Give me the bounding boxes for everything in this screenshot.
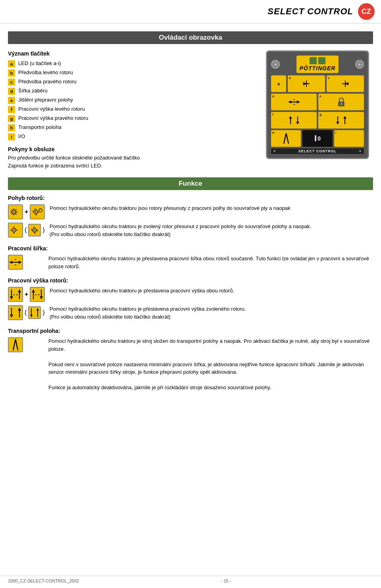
transport-row: Pomocí hydraulického okruhu traktoru je … [8,337,373,392]
legend-text-i: I/O [18,133,25,140]
dev-cell-g: g [318,112,364,129]
svg-point-47 [34,230,35,231]
rotor-left-icon [301,78,312,89]
width-icon [288,98,300,106]
dev-cell-h: h [271,130,301,147]
dev-row-bc: a b c [271,75,364,92]
svg-marker-19 [336,122,339,124]
lock-icon [337,97,346,107]
vyska-row2: ( ) Pomocí hydraulického okruhu traktoru… [8,305,373,321]
sirka-icons [8,255,44,270]
plus-sign-2: + [25,291,28,298]
device-bottom-text: SELECT CONTROL [298,149,337,153]
svg-line-49 [35,232,35,234]
funkce-banner: Funkce [8,177,373,190]
svg-point-41 [13,230,15,231]
legend-text-e: Jištění přepravní polohy [18,96,73,104]
device-panel: + PÖTTINGER + a b [266,50,369,159]
logo-sq1 [310,57,317,64]
legend-item-b: b Předvolba levého rotoru [8,69,254,77]
svg-marker-53 [10,261,12,264]
dev-cell-io: I 0 [302,130,332,147]
dev-row-hi: h I 0 i [271,130,364,147]
device-logo: PÖTTINGER [296,56,339,73]
svg-marker-15 [289,116,292,119]
svg-marker-71 [10,315,13,317]
rotor-single-icon [10,225,21,236]
badge-c: c [8,79,15,86]
badge-i-label: i [335,131,336,135]
transport-title: Transportní poloha: [8,328,373,334]
device-bottom-plus-right: + [359,149,362,153]
dev-cell-b: b [288,75,325,92]
legend-item-e: e Jištění přepravní polohy [8,96,254,104]
badge-h: h [8,124,15,131]
rotor-right-icon [340,78,351,89]
vyska-icon2a [8,305,23,320]
legend-item-g: g Pracovní výška pravého rotoru [8,115,254,122]
sirka-title: Pracovní šířka: [8,245,373,252]
transport-icon-box [8,337,23,352]
page-header: SELECT CONTROL CZ [0,0,381,23]
pohyb-subsection: Pohyb rotorů: [8,195,373,238]
legend-item-h: h Transportní poloha [8,124,254,131]
paren-sign-3: ( [25,309,27,316]
svg-line-31 [12,213,13,215]
badge-i: i [8,133,15,140]
svg-marker-76 [37,308,39,311]
svg-marker-20 [343,116,346,119]
legend-text-f: Pracovní výška levého rotoru [18,106,85,113]
svg-marker-2 [303,82,306,85]
vyska-text2: Pomocí hydraulického okruhu traktoru je … [50,305,373,321]
legend-list: a LED (u tlačítek a-i) b Předvolba levéh… [8,60,254,140]
vyska-icon1b [30,287,45,302]
height-up-icon [32,288,43,300]
rotor-small-icon [30,226,39,234]
pokyny-line2: Zapnutá funkce je zobrazena svítící LED. [8,162,254,170]
svg-marker-60 [18,290,21,292]
sirka-text: Pomocí hydraulického okruhu traktoru je … [48,255,373,270]
device-top-left-btn: + [271,60,280,69]
page-footer: 1000_CZ-SELECT-CONTROL_2502 - 15 - [0,576,381,583]
plus-sign-1: + [25,208,28,215]
legend-item-i: i I/O [8,133,254,140]
height-left-icon [288,115,300,126]
svg-line-51 [37,230,38,231]
legend-text-a: LED (u tlačítek a-i) [18,60,61,67]
dev-cell-e: e [318,94,364,110]
dev-cell-f: f [271,112,317,129]
io-zero: 0 [318,135,321,142]
dev-cell-d: d [271,94,317,110]
sirka-icon [8,255,23,270]
footer-center: - 15 - [221,578,231,583]
pokyny-section: Pokyny k obsluze Pro předvolbu určité fu… [8,146,254,169]
svg-marker-8 [297,100,300,104]
svg-marker-59 [10,296,13,299]
height-down2-icon [10,307,21,319]
dev-row-de: d e [271,94,364,110]
transport-road-icon [10,338,21,351]
vyska-row1-icons: + [8,287,45,302]
vyska-title: Pracovní výška rotorů: [8,277,373,284]
badge-e-label: e [319,94,321,98]
svg-line-35 [35,208,36,210]
pohyb-row2: ( ) Pomocí hydraulického okruhu traktoru… [8,223,373,238]
vyska-subsection: Pracovní výška rotorů: + [8,277,373,321]
pohyb-icon1b [30,204,45,219]
svg-marker-66 [40,296,43,299]
legend-text-d: Šířka záběru [18,87,48,94]
svg-line-29 [12,209,13,211]
legend-text-c: Předvolba pravého rotoru [18,78,77,85]
pohyb-row2-icons: ( ) [8,223,45,238]
logo-sq2 [318,57,325,64]
vyska-row1: + Pomocí hydraulického okruhu traktoru j… [8,287,373,302]
svg-line-77 [13,339,15,350]
device-bottom-label: + SELECT CONTROL + [271,148,364,154]
pohyb-icon2b [28,224,41,236]
badge-b-label: b [289,76,291,80]
svg-marker-16 [296,122,299,124]
paren-sign-4: ) [42,309,44,316]
dev-cell-i: i [334,130,364,147]
sirka-row: Pomocí hydraulického okruhu traktoru je … [8,255,373,270]
header-title: SELECT CONTROL [267,6,353,17]
